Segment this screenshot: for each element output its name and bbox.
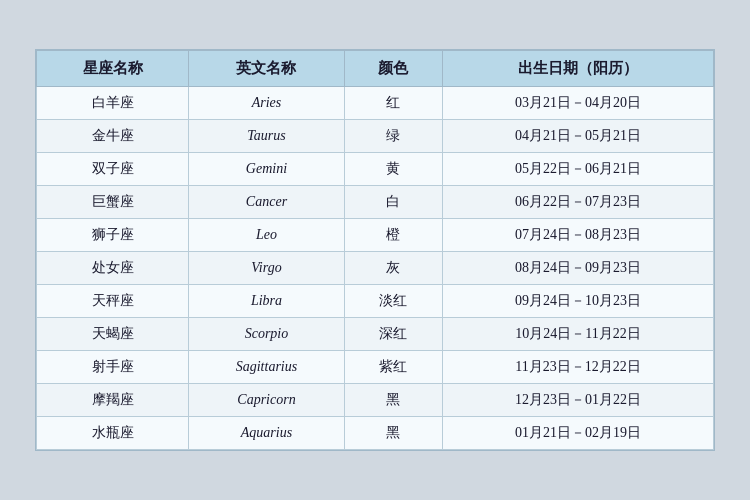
cell-color: 黑 (344, 384, 443, 417)
cell-english-name: Taurus (189, 120, 344, 153)
cell-color: 橙 (344, 219, 443, 252)
cell-color: 灰 (344, 252, 443, 285)
table-row: 狮子座Leo橙07月24日－08月23日 (37, 219, 714, 252)
cell-chinese-name: 射手座 (37, 351, 189, 384)
zodiac-table-container: 星座名称 英文名称 颜色 出生日期（阳历） 白羊座Aries红03月21日－04… (35, 49, 715, 451)
table-row: 水瓶座Aquarius黑01月21日－02月19日 (37, 417, 714, 450)
cell-dates: 03月21日－04月20日 (443, 87, 714, 120)
cell-english-name: Leo (189, 219, 344, 252)
cell-chinese-name: 双子座 (37, 153, 189, 186)
cell-english-name: Scorpio (189, 318, 344, 351)
table-row: 巨蟹座Cancer白06月22日－07月23日 (37, 186, 714, 219)
table-row: 金牛座Taurus绿04月21日－05月21日 (37, 120, 714, 153)
cell-dates: 08月24日－09月23日 (443, 252, 714, 285)
cell-dates: 01月21日－02月19日 (443, 417, 714, 450)
cell-chinese-name: 白羊座 (37, 87, 189, 120)
cell-dates: 11月23日－12月22日 (443, 351, 714, 384)
cell-color: 绿 (344, 120, 443, 153)
cell-color: 黑 (344, 417, 443, 450)
cell-color: 红 (344, 87, 443, 120)
cell-dates: 06月22日－07月23日 (443, 186, 714, 219)
cell-dates: 04月21日－05月21日 (443, 120, 714, 153)
table-row: 摩羯座Capricorn黑12月23日－01月22日 (37, 384, 714, 417)
table-body: 白羊座Aries红03月21日－04月20日金牛座Taurus绿04月21日－0… (37, 87, 714, 450)
table-row: 天秤座Libra淡红09月24日－10月23日 (37, 285, 714, 318)
cell-color: 淡红 (344, 285, 443, 318)
cell-color: 黄 (344, 153, 443, 186)
table-row: 白羊座Aries红03月21日－04月20日 (37, 87, 714, 120)
cell-chinese-name: 天秤座 (37, 285, 189, 318)
table-row: 天蝎座Scorpio深红10月24日－11月22日 (37, 318, 714, 351)
cell-dates: 05月22日－06月21日 (443, 153, 714, 186)
zodiac-table: 星座名称 英文名称 颜色 出生日期（阳历） 白羊座Aries红03月21日－04… (36, 50, 714, 450)
cell-color: 白 (344, 186, 443, 219)
cell-chinese-name: 巨蟹座 (37, 186, 189, 219)
table-row: 处女座Virgo灰08月24日－09月23日 (37, 252, 714, 285)
header-dates: 出生日期（阳历） (443, 51, 714, 87)
cell-english-name: Libra (189, 285, 344, 318)
header-english-name: 英文名称 (189, 51, 344, 87)
cell-dates: 09月24日－10月23日 (443, 285, 714, 318)
table-row: 射手座Sagittarius紫红11月23日－12月22日 (37, 351, 714, 384)
cell-dates: 12月23日－01月22日 (443, 384, 714, 417)
cell-chinese-name: 天蝎座 (37, 318, 189, 351)
cell-english-name: Cancer (189, 186, 344, 219)
cell-color: 深红 (344, 318, 443, 351)
cell-chinese-name: 处女座 (37, 252, 189, 285)
cell-english-name: Capricorn (189, 384, 344, 417)
cell-dates: 07月24日－08月23日 (443, 219, 714, 252)
cell-chinese-name: 摩羯座 (37, 384, 189, 417)
cell-chinese-name: 金牛座 (37, 120, 189, 153)
cell-chinese-name: 狮子座 (37, 219, 189, 252)
header-chinese-name: 星座名称 (37, 51, 189, 87)
table-header-row: 星座名称 英文名称 颜色 出生日期（阳历） (37, 51, 714, 87)
cell-english-name: Aries (189, 87, 344, 120)
table-row: 双子座Gemini黄05月22日－06月21日 (37, 153, 714, 186)
header-color: 颜色 (344, 51, 443, 87)
cell-chinese-name: 水瓶座 (37, 417, 189, 450)
cell-dates: 10月24日－11月22日 (443, 318, 714, 351)
cell-english-name: Sagittarius (189, 351, 344, 384)
cell-color: 紫红 (344, 351, 443, 384)
cell-english-name: Virgo (189, 252, 344, 285)
cell-english-name: Aquarius (189, 417, 344, 450)
cell-english-name: Gemini (189, 153, 344, 186)
